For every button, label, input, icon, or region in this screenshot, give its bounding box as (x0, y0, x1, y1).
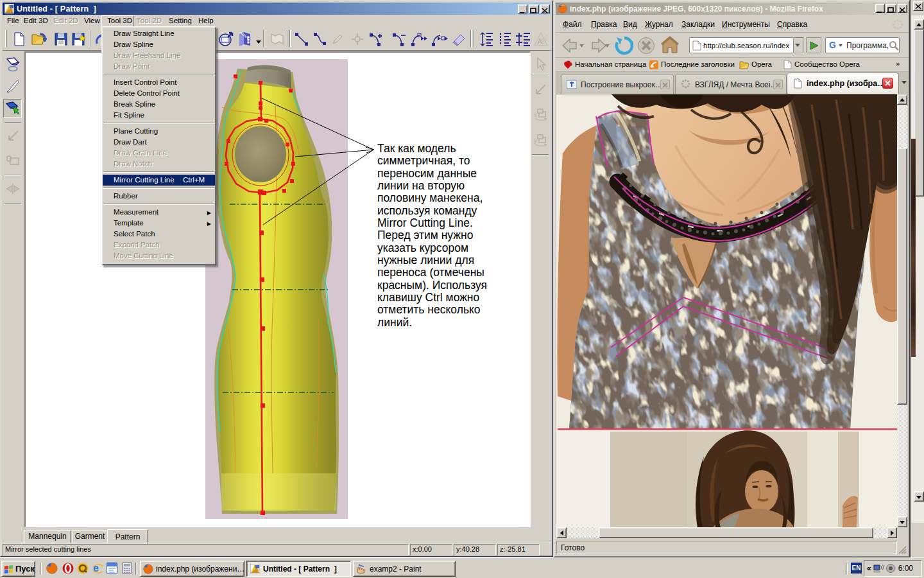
svg-text:A: A (538, 38, 542, 45)
svg-text:x: x (534, 112, 537, 118)
svg-text:y: y (534, 137, 537, 144)
